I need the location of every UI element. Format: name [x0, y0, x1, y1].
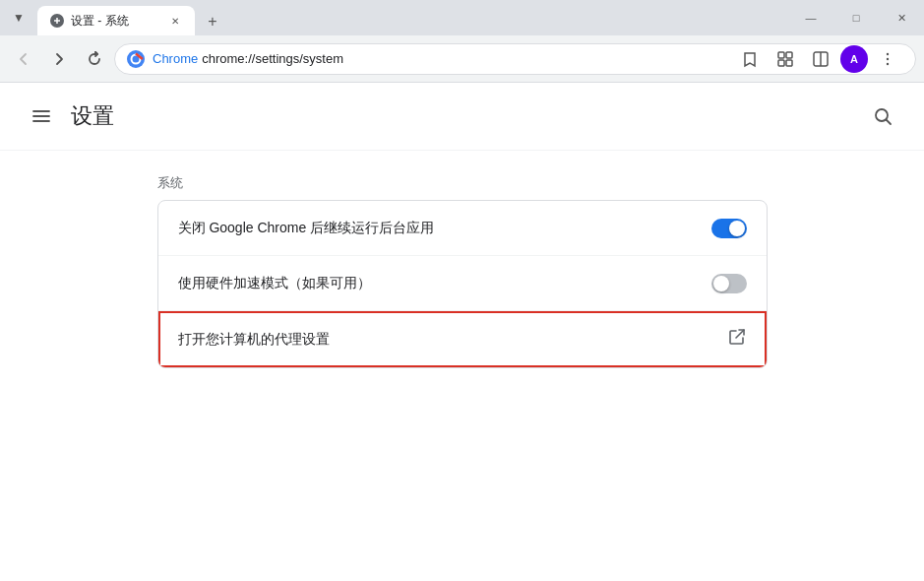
- addr-actions: A: [734, 43, 903, 75]
- settings-header: 设置: [0, 83, 924, 151]
- settings-title: 设置: [71, 101, 114, 131]
- section-title: 系统: [157, 174, 768, 192]
- profile-btn[interactable]: A: [840, 45, 868, 73]
- window-controls: — □ ✕: [788, 0, 924, 35]
- tab-title: 设置 - 系统: [71, 13, 129, 30]
- settings-item-proxy[interactable]: 打开您计算机的代理设置: [158, 311, 767, 367]
- close-btn[interactable]: ✕: [879, 0, 924, 35]
- settings-main: 系统 关闭 Google Chrome 后继续运行后台应用 使用硬件加速模式（如…: [118, 151, 807, 581]
- new-tab-btn[interactable]: +: [199, 8, 226, 35]
- titlebar: ▼ 设置 - 系统 ✕ + — □ ✕: [0, 0, 924, 35]
- svg-rect-7: [786, 60, 792, 66]
- settings-item-background-apps: 关闭 Google Chrome 后继续运行后台应用: [158, 201, 767, 256]
- browser-back-btn[interactable]: ▼: [8, 7, 30, 29]
- hardware-accel-label: 使用硬件加速模式（如果可用）: [178, 275, 711, 292]
- svg-rect-4: [778, 52, 784, 58]
- settings-card: 关闭 Google Chrome 后继续运行后台应用 使用硬件加速模式（如果可用…: [157, 200, 768, 368]
- addressbar-row: Chrome chrome://settings/system: [0, 35, 924, 83]
- svg-rect-6: [778, 60, 784, 66]
- hardware-accel-toggle[interactable]: [711, 274, 747, 293]
- bookmark-btn[interactable]: [734, 43, 766, 75]
- chrome-label: Chrome: [153, 51, 198, 66]
- titlebar-left: ▼: [8, 7, 30, 29]
- menu-btn[interactable]: [872, 43, 903, 75]
- svg-rect-5: [786, 52, 792, 58]
- tab-close-btn[interactable]: ✕: [167, 13, 183, 29]
- address-bar[interactable]: Chrome chrome://settings/system: [114, 43, 916, 75]
- back-button[interactable]: [8, 43, 39, 75]
- active-tab[interactable]: 设置 - 系统 ✕: [37, 6, 195, 35]
- address-text: Chrome chrome://settings/system: [153, 51, 343, 66]
- proxy-label: 打开您计算机的代理设置: [178, 331, 727, 349]
- settings-body: 系统 关闭 Google Chrome 后继续运行后台应用 使用硬件加速模式（如…: [0, 151, 924, 581]
- svg-point-13: [887, 57, 889, 59]
- url-text: chrome://settings/system: [202, 51, 343, 66]
- sidebar-menu-btn[interactable]: [24, 98, 59, 134]
- settings-item-hardware-accel: 使用硬件加速模式（如果可用）: [158, 256, 767, 311]
- split-btn[interactable]: [805, 43, 836, 75]
- chrome-logo-icon: [127, 50, 145, 68]
- background-apps-toggle[interactable]: [711, 219, 747, 238]
- external-link-icon: [727, 327, 747, 352]
- svg-line-20: [736, 330, 744, 338]
- extensions-btn[interactable]: [770, 43, 801, 75]
- background-apps-label: 关闭 Google Chrome 后继续运行后台应用: [178, 220, 711, 237]
- maximize-btn[interactable]: □: [833, 0, 879, 35]
- svg-point-14: [887, 62, 889, 64]
- svg-line-19: [887, 120, 892, 125]
- settings-search-btn[interactable]: [865, 98, 900, 134]
- svg-point-12: [887, 52, 889, 54]
- forward-button[interactable]: [43, 43, 75, 75]
- main-content: 设置 系统 关闭 Google Chrome 后继续运行后台应用: [0, 83, 924, 581]
- svg-text:A: A: [850, 53, 858, 65]
- tab-bar: 设置 - 系统 ✕ +: [30, 0, 226, 35]
- tab-favicon: [49, 13, 65, 29]
- refresh-button[interactable]: [79, 43, 110, 75]
- minimize-btn[interactable]: —: [788, 0, 833, 35]
